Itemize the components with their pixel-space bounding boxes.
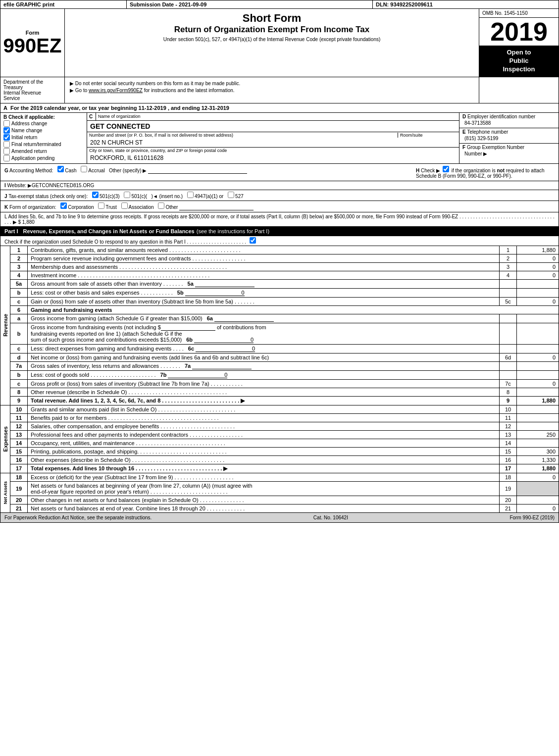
section-f-title: Group Exemption Number: [467, 145, 524, 150]
table-row: 7a Gross sales of inventory, less return…: [10, 361, 559, 370]
tax-year: 2019: [479, 18, 559, 46]
initial-return-check[interactable]: [3, 134, 10, 141]
phone-value: (815) 329-5199: [462, 135, 556, 142]
final-return-check[interactable]: [3, 141, 10, 148]
other-k-checkbox[interactable]: [158, 202, 164, 209]
group-exemption-value: Number ▶: [462, 150, 556, 157]
section-c-label: C: [87, 113, 96, 120]
street-value: 202 N CHURCH ST: [87, 138, 459, 147]
treasury-label: Department of the TreasuryInternal Reven…: [0, 77, 65, 103]
address-change-check[interactable]: [3, 120, 10, 127]
table-row: 16 Other expenses (describe in Schedule …: [10, 455, 559, 464]
accrual-checkbox[interactable]: [81, 166, 87, 172]
room-label: Room/suite: [398, 133, 457, 138]
table-row: c Less: direct expenses from gaming and …: [10, 344, 559, 353]
omb-number: OMB No. 1545-1150: [479, 9, 559, 18]
table-row: c Gross profit or (loss) from sales of i…: [10, 379, 559, 388]
street-label: Number and street (or P. O. box, if mail…: [89, 133, 398, 138]
table-row: 5a Gross amount from sale of assets othe…: [10, 279, 559, 288]
revenue-side-label: Revenue: [0, 246, 10, 405]
schedule-b-checkbox[interactable]: [443, 166, 449, 172]
cash-checkbox[interactable]: [57, 166, 64, 172]
501c3-checkbox[interactable]: [92, 192, 99, 198]
table-row: 21 Net assets or fund balances at end of…: [10, 504, 559, 512]
footer-left: For Paperwork Reduction Act Notice, see …: [4, 515, 152, 520]
initial-return-row: Initial return: [3, 134, 84, 141]
open-public-label: Open toPublicInspection: [479, 46, 559, 77]
table-row: a Gross income from gaming (attach Sched…: [10, 314, 559, 323]
table-row: b Less: cost of goods sold . . . . . . .…: [10, 370, 559, 379]
app-pending-check[interactable]: [3, 155, 10, 161]
table-row: 8 Other revenue (describe in Schedule O)…: [10, 388, 559, 396]
table-row: 4 Investment income . . . . . . . . . . …: [10, 271, 559, 279]
section-j-row: J Tax-exempt status (check only one): 50…: [0, 190, 559, 201]
name-change-row: Name change: [3, 127, 84, 134]
amended-return-row: Amended return: [3, 148, 84, 154]
table-row: 9 Total revenue. Add lines 1, 2, 3, 4, 5…: [10, 396, 559, 405]
initial-return-label: Initial return: [11, 135, 37, 140]
form-title-sub: Return of Organization Exempt From Incom…: [68, 25, 476, 35]
revenue-table: 1 Contributions, gifts, grants, and simi…: [10, 246, 559, 405]
table-row: 12 Salaries, other compensation, and emp…: [10, 422, 559, 430]
table-row: 1 Contributions, gifts, grants, and simi…: [10, 246, 559, 254]
table-row: b Less: cost or other basis and sales ex…: [10, 288, 559, 297]
corp-checkbox[interactable]: [60, 202, 67, 209]
form-title-under: Under section 501(c), 527, or 4947(a)(1)…: [68, 37, 476, 42]
ein-value: 84-3713588: [462, 119, 556, 127]
footer-row: For Paperwork Reduction Act Notice, see …: [0, 513, 559, 523]
table-row: 20 Other changes in net assets or fund b…: [10, 496, 559, 504]
name-change-label: Name change: [11, 128, 42, 133]
4947-checkbox[interactable]: [187, 192, 194, 198]
table-row: b Gross income from fundraising events (…: [10, 323, 559, 344]
section-i-row: I Website: ▶GETCONNECTED815.ORG: [0, 181, 559, 190]
net-assets-side-label: Net Assets: [0, 473, 10, 513]
city-label: City or town, state or province, country…: [87, 148, 459, 153]
table-row: c Gain or (loss) from sale of assets oth…: [10, 297, 559, 305]
address-change-label: Address change: [11, 121, 47, 126]
section-b-label: B Check if applicable:: [3, 114, 84, 120]
table-row: 17 Total expenses. Add lines 10 through …: [10, 464, 559, 473]
section-g-content: G Accounting Method: Cash Accrual Other …: [4, 166, 416, 174]
app-pending-label: Application pending: [11, 155, 54, 161]
schedule-o-checkbox[interactable]: [250, 237, 256, 244]
part1-header: Part I Revenue, Expenses, and Changes in…: [0, 227, 559, 236]
expenses-side-label: Expenses: [0, 405, 10, 473]
section-k-row: K Form of organization: Corporation Trus…: [0, 201, 559, 212]
section-a-label: A: [3, 105, 7, 111]
city-value: ROCKFORD, IL 611011628: [87, 153, 459, 162]
part1-title: Revenue, Expenses, and Changes in Net As…: [23, 228, 195, 234]
assoc-checkbox[interactable]: [121, 202, 128, 209]
table-row: 6 Gaming and fundraising events: [10, 305, 559, 314]
final-return-row: Final return/terminated: [3, 141, 84, 148]
table-row: 19 Net assets or fund balances at beginn…: [10, 481, 559, 496]
final-return-label: Final return/terminated: [11, 142, 61, 147]
section-h-content: H Check ▶ if the organization is not req…: [416, 166, 555, 179]
section-a-text: For the 2019 calendar year, or tax year …: [10, 105, 229, 111]
section-f-label: F: [462, 145, 467, 150]
net-assets-table: 18 Excess or (deficit) for the year (Sub…: [10, 473, 559, 513]
dln-number: DLN: 93492252009611: [373, 0, 559, 8]
note1: ▶ Do not enter social security numbers o…: [70, 81, 474, 86]
section-e-title: Telephone number: [467, 129, 508, 135]
efile-label: efile GRAPHIC print: [0, 0, 127, 8]
table-row: 10 Grants and similar amounts paid (list…: [10, 405, 559, 414]
table-row: 11 Benefits paid to or for members . . .…: [10, 413, 559, 422]
footer-mid: Cat. No. 10642I: [152, 515, 509, 520]
amended-return-check[interactable]: [3, 148, 10, 154]
501c-checkbox[interactable]: [124, 192, 130, 198]
table-row: d Net income or (loss) from gaming and f…: [10, 353, 559, 361]
section-l-row: L Add lines 5b, 6c, and 7b to line 9 to …: [0, 212, 559, 227]
table-row: 2 Program service revenue including gove…: [10, 254, 559, 262]
org-name-value: GET CONNECTED: [87, 121, 459, 132]
app-pending-row: Application pending: [3, 155, 84, 161]
address-change-row: Address change: [3, 120, 84, 127]
form-title-main: Short Form: [68, 12, 476, 25]
527-checkbox[interactable]: [228, 192, 234, 198]
table-row: 13 Professional fees and other payments …: [10, 430, 559, 439]
section-i-text: Website: ▶GETCONNECTED815.ORG: [7, 183, 95, 188]
table-row: 15 Printing, publications, postage, and …: [10, 447, 559, 455]
form-number: 990EZ: [3, 36, 62, 55]
footer-right: Form 990-EZ (2019): [509, 515, 555, 520]
trust-checkbox[interactable]: [98, 202, 104, 209]
name-change-check[interactable]: [3, 127, 10, 134]
